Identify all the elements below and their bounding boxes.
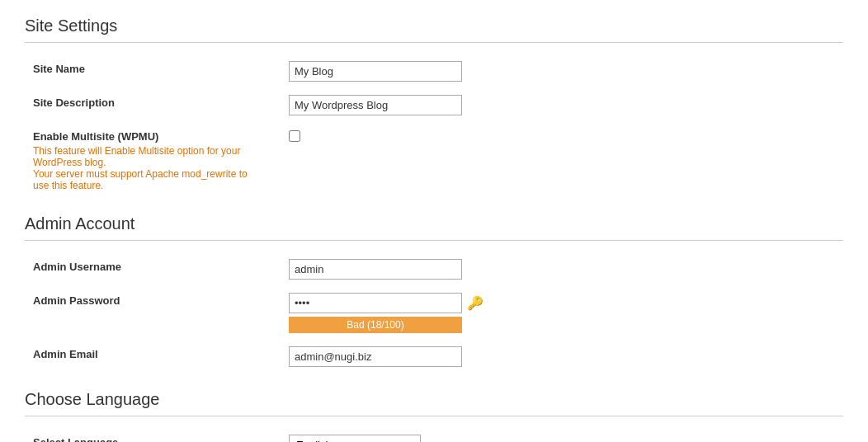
language-select[interactable]: EnglishFrenchGermanSpanishItalian bbox=[289, 435, 421, 442]
choose-language-table: Select Language EnglishFrenchGermanSpani… bbox=[25, 428, 843, 442]
multisite-row: Enable Multisite (WPMU) This feature wil… bbox=[25, 122, 843, 198]
multisite-checkbox-cell bbox=[272, 122, 843, 198]
admin-account-title: Admin Account bbox=[25, 214, 843, 233]
site-settings-title: Site Settings bbox=[25, 16, 843, 35]
select-language-row: Select Language EnglishFrenchGermanSpani… bbox=[25, 428, 843, 442]
password-strength-bar: Bad (18/100) bbox=[289, 317, 462, 333]
admin-email-input[interactable] bbox=[289, 346, 462, 367]
admin-password-field-cell: 🔑 Bad (18/100) bbox=[272, 286, 843, 340]
multisite-label-cell: Enable Multisite (WPMU) This feature wil… bbox=[25, 122, 272, 198]
choose-language-divider bbox=[25, 416, 843, 416]
site-settings-section: Site Settings Site Name Site Description… bbox=[25, 16, 843, 198]
multisite-description: This feature will Enable Multisite optio… bbox=[33, 145, 264, 191]
admin-username-label: Admin Username bbox=[25, 252, 272, 286]
admin-password-input[interactable] bbox=[289, 293, 462, 313]
site-description-input[interactable] bbox=[289, 95, 462, 115]
admin-email-row: Admin Email bbox=[25, 340, 843, 374]
admin-password-label: Admin Password bbox=[25, 286, 272, 340]
site-name-row: Site Name bbox=[25, 54, 843, 88]
admin-username-row: Admin Username bbox=[25, 252, 843, 286]
multisite-label: Enable Multisite (WPMU) bbox=[33, 130, 158, 143]
multisite-checkbox[interactable] bbox=[289, 130, 300, 142]
admin-account-section: Admin Account Admin Username Admin Passw… bbox=[25, 214, 843, 374]
site-name-label: Site Name bbox=[25, 54, 272, 88]
site-name-input[interactable] bbox=[289, 61, 462, 82]
select-language-label: Select Language bbox=[25, 428, 272, 442]
select-language-field-cell: EnglishFrenchGermanSpanishItalian bbox=[272, 428, 843, 442]
key-icon: 🔑 bbox=[467, 295, 484, 311]
choose-language-section: Choose Language Select Language EnglishF… bbox=[25, 390, 843, 442]
site-description-row: Site Description bbox=[25, 88, 843, 122]
site-description-label: Site Description bbox=[25, 88, 272, 122]
choose-language-title: Choose Language bbox=[25, 390, 843, 409]
admin-account-table: Admin Username Admin Password 🔑 Bad (18/… bbox=[25, 252, 843, 374]
admin-password-row: Admin Password 🔑 Bad (18/100) bbox=[25, 286, 843, 340]
admin-username-input[interactable] bbox=[289, 259, 462, 280]
site-name-field-cell bbox=[272, 54, 843, 88]
admin-account-divider bbox=[25, 240, 843, 241]
site-settings-divider bbox=[25, 42, 843, 43]
password-input-row: 🔑 bbox=[289, 293, 835, 313]
admin-email-field-cell bbox=[272, 340, 843, 374]
admin-email-label: Admin Email bbox=[25, 340, 272, 374]
site-settings-table: Site Name Site Description Enable Multis… bbox=[25, 54, 843, 198]
admin-username-field-cell bbox=[272, 252, 843, 286]
site-description-field-cell bbox=[272, 88, 843, 122]
